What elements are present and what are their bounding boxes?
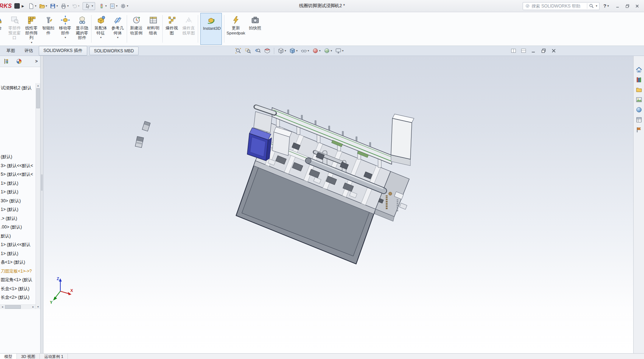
- menu-icon[interactable]: [14, 3, 20, 9]
- doc-control-close-document[interactable]: [551, 48, 557, 54]
- doc-control-split-pane-horizontal[interactable]: [521, 48, 527, 54]
- task-pane-tab-view-palette[interactable]: [635, 96, 643, 103]
- tree-item[interactable]: 长盒<2> (默认): [0, 293, 36, 302]
- qat-button-select[interactable]: ▾: [83, 2, 95, 10]
- tree-item[interactable]: (默认): [0, 152, 36, 161]
- ribbon-button-reference-geometry[interactable]: 参考几何体 ▾: [109, 12, 126, 46]
- qat-button-undo[interactable]: ▾: [70, 2, 80, 10]
- view-tool-hide-show-items[interactable]: ▾: [300, 47, 309, 55]
- ribbon-button-update-speedpak[interactable]: 更新 Speedpak ▾: [225, 12, 247, 46]
- ribbon-button-show-hidden-components[interactable]: 显示隐藏的零部件 ▾: [74, 12, 90, 46]
- tree-item[interactable]: 1> (默认): [0, 249, 36, 258]
- ribbon-button[interactable]: ▾: [162, 15, 163, 43]
- ribbon-button[interactable]: ▾: [224, 15, 224, 43]
- qat-button-rebuild[interactable]: ▾: [98, 2, 107, 10]
- tree-item[interactable]: 3> (默认<<默认<: [0, 161, 36, 170]
- command-tab-evaluate[interactable]: 评估: [20, 46, 38, 56]
- tree-item[interactable]: 1> (默认): [0, 179, 36, 188]
- dropdown-arrow-icon[interactable]: ▾: [296, 49, 298, 52]
- qat-button-new-document[interactable]: ▾: [27, 2, 37, 10]
- scroll-up-arrow[interactable]: ▲: [36, 83, 40, 88]
- ribbon-button-instant3d[interactable]: Instant3D ▾: [200, 13, 222, 45]
- close-button[interactable]: [632, 2, 642, 10]
- qat-button-print[interactable]: ▾: [60, 2, 69, 10]
- search-dropdown-arrow[interactable]: ▾: [596, 5, 597, 8]
- ribbon-button-linear-component-pattern[interactable]: 线性零部件阵列 ▾: [23, 12, 40, 46]
- doc-control-split-pane-vertical[interactable]: [510, 48, 517, 54]
- restore-button[interactable]: [622, 2, 632, 10]
- dropdown-arrow-icon[interactable]: ▾: [331, 49, 332, 52]
- view-tool-zoom-to-fit[interactable]: ▾: [234, 47, 242, 55]
- command-tab-sketch[interactable]: 草图: [2, 46, 20, 56]
- dropdown-arrow-icon[interactable]: ▾: [117, 36, 118, 39]
- view-tool-section-view[interactable]: ▾: [263, 47, 271, 55]
- view-tool-zoom-to-area[interactable]: ▾: [244, 47, 252, 55]
- splitter-grip[interactable]: [41, 174, 43, 191]
- ribbon-button[interactable]: ▾: [198, 15, 198, 43]
- bottom-tab-3d-views[interactable]: 3D 视图: [17, 354, 40, 359]
- tree-item[interactable]: 长盒<1> (默认): [0, 284, 36, 293]
- scroll-down-arrow[interactable]: ▼: [36, 304, 40, 309]
- command-tab-solidworks-mbd[interactable]: SOLIDWORKS MBD: [89, 47, 139, 55]
- search-icon[interactable]: [589, 3, 594, 9]
- dropdown-arrow-icon[interactable]: ▾: [100, 36, 102, 39]
- dropdown-arrow-icon[interactable]: ▾: [285, 49, 286, 52]
- ribbon-button-component-preview-window[interactable]: 零部件预览窗口 ▾: [6, 12, 23, 46]
- tree-item[interactable]: 1> (默认): [0, 205, 36, 214]
- scroll-right-arrow[interactable]: ►: [31, 305, 36, 309]
- bottom-tab-model[interactable]: 模型: [0, 354, 17, 359]
- doc-control-minimize-document[interactable]: [531, 48, 537, 54]
- task-pane-tab-solidworks-forum[interactable]: [635, 126, 643, 133]
- view-tool-edit-appearance[interactable]: ▾: [312, 47, 321, 55]
- ribbon-button-exploded-view[interactable]: 爆炸视图 ▾: [163, 12, 180, 46]
- view-tool-view-settings[interactable]: ▾: [335, 47, 344, 55]
- ribbon-button-bill-of-materials[interactable]: 材料明细表 ▾: [145, 12, 162, 46]
- tree-item[interactable]: 1> (默认<<默认: [0, 240, 36, 249]
- tree-item[interactable]: .00> (默认): [0, 223, 36, 232]
- ribbon-button-new-motion-study[interactable]: 新建运动算例 ▾: [128, 12, 145, 46]
- tree-item[interactable]: 刀固定板<1>->?: [0, 267, 36, 276]
- command-tab-solidworks-addins[interactable]: SOLIDWORKS 插件: [39, 46, 87, 56]
- task-pane-tab-design-library[interactable]: [635, 76, 643, 83]
- scrollbar-thumb[interactable]: [5, 305, 21, 309]
- tree-item[interactable]: 5> (默认<<默认<: [0, 170, 36, 179]
- task-pane-tab-file-explorer[interactable]: [635, 86, 643, 93]
- ribbon-button-explode-line-sketch[interactable]: 爆炸直线草图 ▾: [180, 12, 197, 46]
- tree-item[interactable]: .> (默认): [0, 214, 36, 223]
- ribbon-button-mate[interactable]: 配合 ▾: [0, 12, 6, 46]
- task-pane-tab-appearances-scenes[interactable]: [635, 106, 643, 113]
- bottom-tab-motion-study-1[interactable]: 运动算例 1: [40, 354, 68, 359]
- doc-control-restore-document[interactable]: [541, 48, 547, 54]
- tree-horizontal-scrollbar[interactable]: ◄ ►: [0, 304, 36, 309]
- dropdown-arrow-icon[interactable]: ▾: [319, 49, 321, 52]
- tree-item[interactable]: 条<1> (默认): [0, 258, 36, 267]
- qat-button-open-document[interactable]: ▾: [38, 2, 48, 10]
- ribbon-button-smart-fasteners[interactable]: 智能扣件 ▾: [40, 12, 57, 46]
- dropdown-arrow-icon[interactable]: ▾: [308, 49, 309, 52]
- dropdown-arrow-icon[interactable]: ▾: [342, 49, 344, 52]
- qat-button-options[interactable]: ▾: [119, 2, 129, 10]
- scrollbar-thumb[interactable]: [36, 88, 40, 108]
- search-scope-icon[interactable]: [525, 3, 530, 9]
- qat-button-save[interactable]: ▾: [49, 2, 59, 10]
- minimize-button[interactable]: [613, 2, 622, 10]
- task-pane-tab-custom-properties[interactable]: [635, 116, 643, 123]
- panel-expand-arrow[interactable]: >: [35, 59, 38, 64]
- view-tool-apply-scene[interactable]: ▾: [323, 47, 332, 55]
- view-tool-previous-view[interactable]: ▾: [254, 47, 261, 55]
- tree-item[interactable]: 默认): [0, 232, 36, 241]
- panel-tab-display-manager[interactable]: [15, 58, 23, 65]
- panel-splitter[interactable]: [41, 56, 43, 353]
- dropdown-arrow-icon[interactable]: ▾: [65, 36, 66, 39]
- graphics-viewport[interactable]: Z X Y: [43, 56, 633, 353]
- dropdown-arrow-icon[interactable]: ▾: [31, 41, 32, 44]
- menu-expand-arrow[interactable]: ▶: [22, 4, 24, 8]
- tree-item[interactable]: 30> (默认): [0, 197, 36, 206]
- qat-button-document-properties[interactable]: ▾: [108, 2, 118, 10]
- view-tool[interactable]: ▾: [274, 48, 274, 54]
- view-tool-view-orientation[interactable]: ▾: [277, 47, 286, 55]
- assembly-model[interactable]: Z X Y: [43, 56, 633, 353]
- ribbon-button[interactable]: ▾: [91, 15, 92, 43]
- search-box[interactable]: ▾: [523, 2, 599, 10]
- search-input[interactable]: [532, 4, 585, 9]
